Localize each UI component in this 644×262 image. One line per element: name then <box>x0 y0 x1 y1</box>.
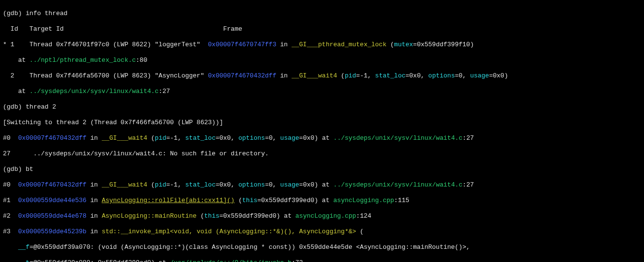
line: at ../sysdeps/unix/sysv/linux/wait4.c:27 <box>3 88 641 95</box>
line: at ../nptl/pthread_mutex_lock.c:80 <box>3 56 641 64</box>
line: Id Target Id Frame <box>3 25 641 33</box>
line: (gdb) info thread <box>3 10 641 18</box>
line: #2 0x0000559dde44e678 in AsyncLogging::m… <box>3 212 641 220</box>
line: #3 0x0000559dde45239b in std::__invoke_i… <box>3 228 641 236</box>
line: 27 ../sysdeps/unix/sysv/linux/wait4.c: N… <box>3 150 641 158</box>
line: 2 Thread 0x7f466fa56700 (LWP 8623) "Asyn… <box>3 72 641 80</box>
line: __t=@0x559ddf39a080: 0x559ddf399ed0) at … <box>3 259 641 262</box>
line: #0 0x00007f4670432dff in __GI___wait4 (p… <box>3 134 641 142</box>
terminal[interactable]: (gdb) info thread Id Target Id Frame * 1… <box>0 0 644 262</box>
line: [Switching to thread 2 (Thread 0x7f466fa… <box>3 119 641 127</box>
line: (gdb) thread 2 <box>3 103 641 111</box>
line: __f=@0x559ddf39a070: (void (AsyncLogging… <box>3 243 641 251</box>
line: #0 0x00007f4670432dff in __GI___wait4 (p… <box>3 181 641 189</box>
line: * 1 Thread 0x7f46701f97c0 (LWP 8622) "lo… <box>3 41 641 49</box>
line: #1 0x0000559dde44e536 in AsyncLogging::r… <box>3 197 641 205</box>
line: (gdb) bt <box>3 166 641 173</box>
